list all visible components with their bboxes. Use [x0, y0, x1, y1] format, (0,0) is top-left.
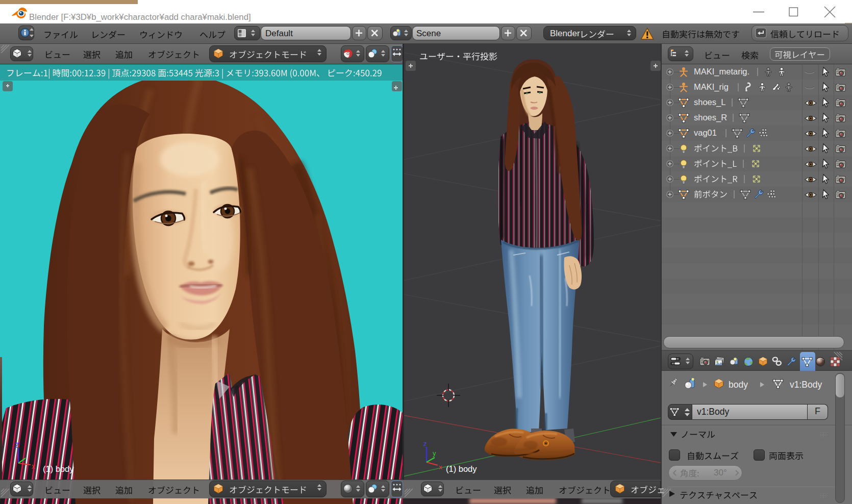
svg-text:x: x — [439, 463, 442, 471]
svg-text:(1) body: (1) body — [43, 464, 74, 473]
svg-text:(1) body: (1) body — [446, 464, 477, 473]
svg-text:z: z — [423, 440, 427, 447]
svg-text:y: y — [433, 449, 436, 457]
svg-text:Z: Z — [15, 441, 19, 449]
svg-text:x: x — [32, 462, 35, 470]
